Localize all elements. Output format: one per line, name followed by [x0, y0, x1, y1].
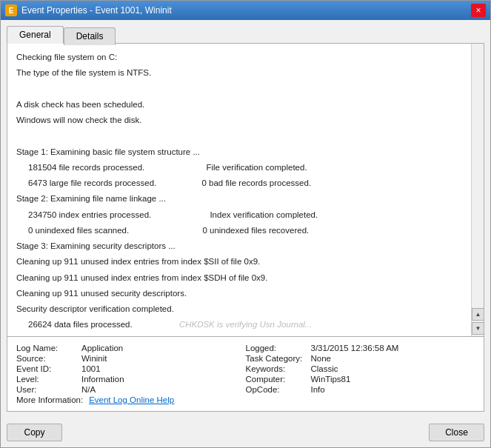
scroll-area-wrapper: Checking file system on C: The type of t…: [7, 44, 484, 336]
scroll-up-button[interactable]: ▲: [472, 308, 484, 321]
user-label: User:: [16, 385, 76, 394]
event-log-online-help-link[interactable]: Event Log Online Help: [89, 395, 174, 404]
user-value: N/A: [81, 385, 96, 394]
computer-value: WinTips81: [311, 375, 351, 384]
tab-panel: Checking file system on C: The type of t…: [7, 43, 484, 412]
scroll-down-button[interactable]: ▼: [472, 322, 484, 335]
scrollbar-controls: ▲ ▼: [471, 44, 484, 336]
task-category-value: None: [311, 354, 332, 363]
task-category-label: Task Category:: [246, 354, 305, 363]
opcode-cell: OpCode: Info: [246, 384, 475, 395]
title-bar-left: E Event Properties - Event 1001, Wininit: [5, 4, 172, 16]
opcode-value: Info: [311, 385, 325, 394]
event-id-label: Event ID:: [16, 364, 76, 373]
level-label: Level:: [16, 375, 76, 384]
event-info-grid: Log Name: Application Logged: 3/31/2015 …: [7, 337, 484, 411]
level-value: Information: [81, 375, 124, 384]
computer-cell: Computer: WinTips81: [246, 374, 475, 384]
opcode-label: OpCode:: [246, 385, 305, 394]
source-label: Source:: [16, 354, 76, 363]
title-bar: E Event Properties - Event 1001, Wininit…: [1, 1, 490, 20]
user-cell: User: N/A: [16, 384, 246, 395]
keywords-label: Keywords:: [246, 364, 305, 373]
more-info-cell: More Information: Event Log Online Help: [16, 395, 246, 405]
more-info-label: More Information:: [16, 395, 83, 404]
event-text-content: Checking file system on C: The type of t…: [16, 51, 462, 336]
window-title: Event Properties - Event 1001, Wininit: [21, 5, 172, 16]
event-properties-window: E Event Properties - Event 1001, Wininit…: [0, 0, 491, 448]
event-id-cell: Event ID: 1001: [16, 364, 246, 374]
tab-bar: General Details: [7, 26, 484, 44]
event-text-area[interactable]: Checking file system on C: The type of t…: [7, 44, 471, 336]
source-value: Wininit: [81, 354, 107, 363]
bottom-bar: Copy Close: [1, 418, 490, 447]
logged-value: 3/31/2015 12:36:58 AM: [311, 344, 399, 352]
close-window-button[interactable]: ×: [471, 4, 486, 17]
log-name-cell: Log Name: Application: [16, 343, 246, 353]
source-cell: Source: Wininit: [16, 353, 246, 364]
keywords-cell: Keywords: Classic: [246, 364, 475, 374]
keywords-value: Classic: [311, 364, 338, 373]
tab-general[interactable]: General: [7, 26, 64, 44]
log-name-value: Application: [81, 344, 123, 352]
logged-cell: Logged: 3/31/2015 12:36:58 AM: [246, 343, 475, 353]
copy-button[interactable]: Copy: [7, 424, 62, 441]
event-id-value: 1001: [81, 364, 101, 373]
tab-details[interactable]: Details: [64, 27, 116, 45]
computer-label: Computer:: [246, 375, 305, 384]
close-button[interactable]: Close: [429, 424, 484, 441]
task-category-cell: Task Category: None: [246, 353, 475, 364]
content-area: General Details Checking file system on …: [1, 20, 490, 418]
log-name-label: Log Name:: [16, 344, 76, 352]
window-icon: E: [5, 4, 17, 16]
logged-label: Logged:: [246, 344, 305, 352]
level-cell: Level: Information: [16, 374, 246, 384]
